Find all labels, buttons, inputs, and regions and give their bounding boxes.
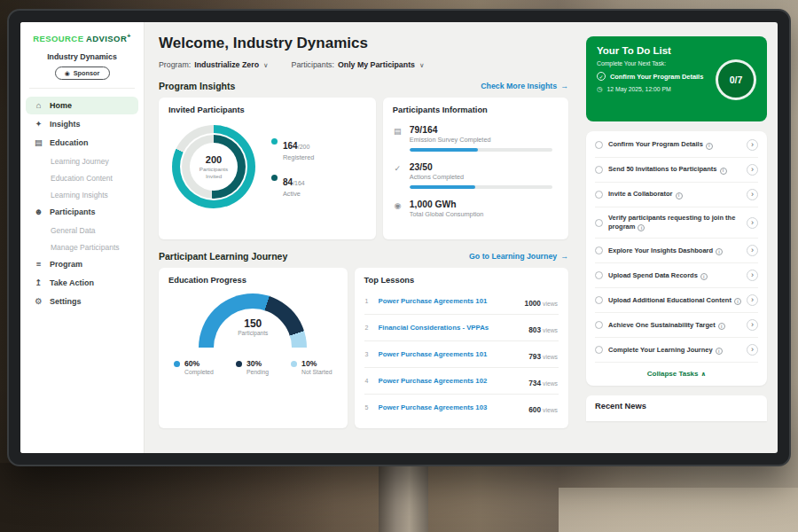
program-icon: ≡: [34, 260, 43, 269]
task-item-3[interactable]: Invite a Collaboratori ›: [595, 183, 758, 207]
task-arrow-button[interactable]: ›: [747, 245, 758, 256]
lesson-link[interactable]: Financial Considerations - VPPAs: [379, 324, 523, 332]
task-item-2[interactable]: Send 50 Invitations to Participantsi ›: [595, 158, 758, 183]
section-title-learning-journey: Participant Learning Journey: [159, 251, 287, 262]
legend-item-registered: 164/200 Registered: [271, 137, 314, 161]
task-item-4[interactable]: Verify participants requesting to join t…: [595, 207, 758, 239]
info-icon: i: [734, 298, 741, 305]
task-checkbox[interactable]: [595, 166, 603, 174]
gauge-center-value: 150: [199, 317, 307, 330]
task-checkbox[interactable]: [595, 219, 603, 227]
check-more-insights-link[interactable]: Check More Insights →: [481, 82, 568, 90]
task-item-9[interactable]: Complete Your Learning Journeyi ›: [595, 338, 758, 363]
task-item-7[interactable]: Upload Additional Educational Contenti ›: [595, 288, 758, 313]
sidebar-item-education-content[interactable]: Education Content: [26, 169, 138, 186]
task-arrow-button[interactable]: ›: [747, 189, 758, 200]
task-checkbox[interactable]: [595, 346, 603, 354]
lesson-row: 3 Power Purchase Agreements 101 793views: [364, 341, 559, 368]
home-icon: ⌂: [34, 101, 43, 110]
gauge-center-label: Participants: [199, 330, 307, 336]
info-icon: i: [700, 273, 708, 280]
card-title: Education Progress: [168, 276, 338, 285]
info-row-consumption: ◉ 1,000 GWh Total Global Consumption: [393, 200, 559, 218]
lesson-link[interactable]: Power Purchase Agreements 101: [379, 297, 519, 305]
sidebar-item-label: Program: [50, 260, 82, 269]
info-icon: i: [638, 224, 645, 231]
task-checkbox[interactable]: [595, 246, 603, 254]
task-arrow-button[interactable]: ›: [747, 164, 758, 176]
sponsor-icon: ◉: [65, 70, 70, 76]
legend-dot: [271, 175, 278, 181]
survey-icon: ▤: [393, 127, 403, 152]
lesson-link[interactable]: Power Purchase Agreements 102: [379, 377, 523, 385]
legend-dot: [291, 361, 297, 367]
sidebar-item-take-action[interactable]: ↥ Take Action: [26, 274, 138, 292]
sponsor-badge: ◉ Sponsor: [55, 66, 110, 80]
sidebar-item-manage-participants[interactable]: Manage Participants: [26, 239, 138, 255]
sidebar-item-learning-journey[interactable]: Learning Journey: [26, 153, 138, 169]
card-title: Top Lessons: [364, 276, 559, 285]
task-checkbox[interactable]: [595, 191, 603, 199]
legend-dot: [174, 361, 180, 367]
filter-value: Only My Participants: [338, 60, 415, 69]
sidebar-item-education[interactable]: ▤ Education: [26, 134, 138, 152]
arrow-right-icon: →: [560, 252, 568, 261]
filter-value: Industrialize Zero: [194, 60, 259, 69]
invited-participants-card: Invited Participants 200 Participants In…: [159, 98, 376, 239]
sidebar-item-program[interactable]: ≡ Program: [26, 255, 138, 273]
info-icon: i: [718, 323, 725, 330]
lesson-row: 2 Financial Considerations - VPPAs 803vi…: [364, 315, 559, 341]
todo-summary-card: Your To Do List Complete Your Next Task:…: [586, 36, 767, 121]
legend-item-pending: 30% Pending: [236, 359, 269, 375]
task-item-5[interactable]: Explore Your Insights Dashboardi ›: [595, 239, 758, 263]
task-arrow-button[interactable]: ›: [747, 344, 758, 356]
section-title-program-insights: Program Insights: [159, 81, 235, 91]
task-checkbox[interactable]: [595, 141, 603, 149]
todo-next-task[interactable]: ✓ Confirm Your Program Details: [597, 72, 712, 81]
program-filter[interactable]: Program: Industrialize Zero ∨: [159, 60, 269, 69]
filter-label: Participants:: [292, 60, 334, 69]
task-arrow-button[interactable]: ›: [747, 139, 758, 151]
emission-progress-bar: [410, 148, 552, 152]
sidebar-item-insights[interactable]: ✦ Insights: [26, 115, 138, 133]
task-checkbox[interactable]: [595, 321, 603, 329]
sidebar-divider: [29, 88, 135, 89]
todo-progress-ring: 0/7: [716, 59, 756, 100]
info-icon: i: [706, 143, 713, 150]
todo-tasks-card: Confirm Your Program Detailsi › Send 50 …: [586, 131, 767, 386]
gear-icon: ⚙: [34, 297, 43, 306]
sidebar-item-learning-insights[interactable]: Learning Insights: [26, 186, 138, 203]
task-checkbox[interactable]: [595, 271, 603, 279]
sidebar-item-settings[interactable]: ⚙ Settings: [26, 293, 138, 310]
participants-filter[interactable]: Participants: Only My Participants ∨: [292, 60, 425, 69]
chevron-up-icon: ∧: [700, 371, 706, 377]
legend-item-completed: 60% Completed: [174, 359, 214, 375]
lesson-link[interactable]: Power Purchase Agreements 103: [379, 403, 523, 411]
education-progress-card: Education Progress 150 Participants: [159, 268, 348, 428]
sidebar-item-home[interactable]: ⌂ Home: [26, 97, 138, 114]
chevron-down-icon: ∨: [419, 61, 425, 69]
collapse-tasks-button[interactable]: Collapse Tasks∧: [595, 363, 758, 386]
clock-icon: ◷: [597, 86, 603, 93]
task-item-1[interactable]: Confirm Your Program Detailsi ›: [595, 133, 758, 158]
legend-item-active: 84/164 Active: [271, 173, 314, 198]
brand-primary: RESOURCE: [33, 34, 83, 43]
actions-progress-bar: [410, 185, 552, 189]
info-icon: i: [720, 168, 727, 175]
go-to-learning-journey-link[interactable]: Go to Learning Journey →: [469, 252, 568, 261]
task-checkbox[interactable]: [595, 296, 603, 304]
task-item-8[interactable]: Achieve One Sustainability Targeti ›: [595, 313, 758, 338]
task-item-6[interactable]: Upload Spend Data Recordsi ›: [595, 263, 758, 288]
task-arrow-button[interactable]: ›: [747, 319, 758, 331]
sidebar-item-label: Participants: [50, 207, 96, 216]
task-arrow-button[interactable]: ›: [747, 217, 758, 229]
lesson-link[interactable]: Power Purchase Agreements 101: [379, 350, 523, 358]
check-icon: ✓: [597, 72, 606, 81]
legend-dot: [236, 361, 242, 367]
sidebar-item-label: Settings: [50, 297, 82, 306]
sidebar-item-participants[interactable]: ☻ Participants: [26, 203, 138, 221]
task-arrow-button[interactable]: ›: [747, 270, 758, 281]
education-icon: ▤: [34, 138, 43, 147]
sidebar-item-general-data[interactable]: General Data: [26, 222, 138, 239]
task-arrow-button[interactable]: ›: [747, 294, 758, 306]
